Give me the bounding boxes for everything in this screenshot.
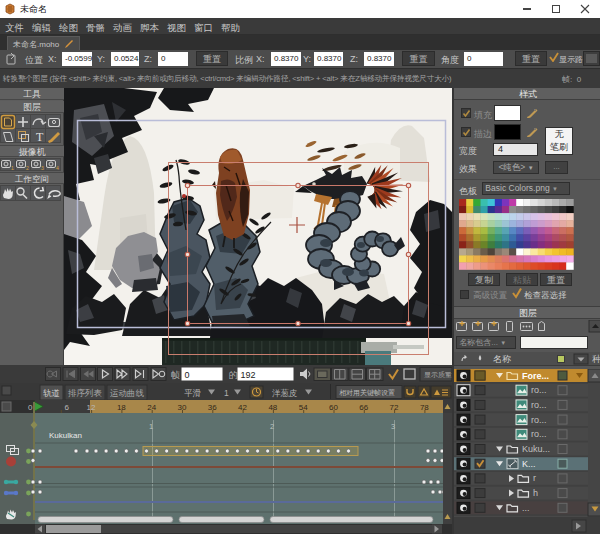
svg-text:h: h bbox=[533, 488, 538, 498]
svg-text:T: T bbox=[36, 130, 44, 144]
svg-text:Kuku...: Kuku... bbox=[522, 444, 550, 454]
svg-text:...: ... bbox=[522, 503, 530, 513]
svg-text:1: 1 bbox=[224, 388, 229, 398]
svg-text:3: 3 bbox=[41, 165, 44, 171]
svg-text:帧: 帧 bbox=[171, 370, 180, 380]
svg-text:排序列表: 排序列表 bbox=[68, 388, 103, 398]
svg-text:ro...: ro... bbox=[531, 415, 547, 425]
svg-text:r: r bbox=[533, 473, 536, 483]
svg-text:0: 0 bbox=[28, 403, 33, 412]
svg-text:K...: K... bbox=[522, 459, 536, 469]
svg-text:2: 2 bbox=[270, 422, 274, 431]
svg-text:3: 3 bbox=[391, 422, 395, 431]
svg-text:2: 2 bbox=[26, 165, 29, 171]
svg-text:192: 192 bbox=[241, 370, 256, 380]
svg-text:相对用关键帧设置: 相对用关键帧设置 bbox=[339, 388, 395, 397]
svg-text:的: 的 bbox=[229, 370, 238, 380]
svg-text:ro...: ro... bbox=[531, 385, 547, 395]
svg-text:ro...: ro... bbox=[531, 400, 547, 410]
svg-text:ro...: ro... bbox=[531, 429, 547, 439]
svg-text:1: 1 bbox=[11, 165, 14, 171]
svg-text:Kukulkan: Kukulkan bbox=[49, 431, 82, 440]
svg-text:4: 4 bbox=[56, 165, 59, 171]
svg-text:种: 种 bbox=[592, 354, 600, 364]
svg-text:Fore...: Fore... bbox=[522, 371, 549, 381]
svg-text:1: 1 bbox=[149, 422, 153, 431]
svg-text:轨道: 轨道 bbox=[43, 388, 60, 398]
svg-text:平滑: 平滑 bbox=[184, 388, 202, 398]
svg-text:0: 0 bbox=[185, 370, 190, 380]
svg-text:洋葱皮: 洋葱皮 bbox=[272, 388, 298, 398]
svg-text:运动曲线: 运动曲线 bbox=[110, 388, 145, 398]
svg-text:6: 6 bbox=[65, 403, 70, 412]
svg-text:名称: 名称 bbox=[493, 354, 511, 364]
